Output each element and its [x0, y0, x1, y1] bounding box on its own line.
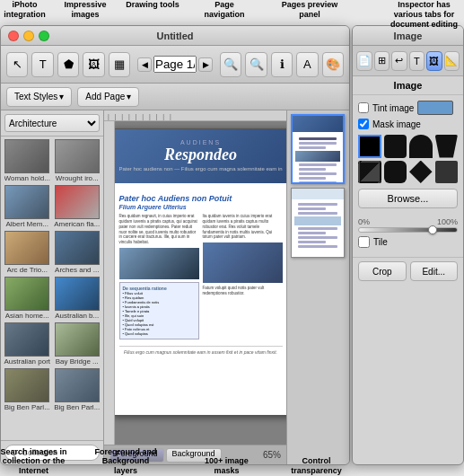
mask-grid	[358, 135, 458, 183]
tint-color-swatch[interactable]	[417, 101, 453, 115]
layer-buttons: Foreground Background	[109, 448, 222, 463]
annotation-impressive: Impressive images	[58, 0, 112, 20]
page-content: Pater hoc Audiens non Potuit Flium Argue…	[115, 183, 286, 362]
inspector-panel: Image 📄 ⊞ ↩ T 🖼 📐 Image Tint image Mask …	[352, 25, 464, 465]
next-page-btn[interactable]: ▶	[198, 57, 213, 72]
opacity-slider[interactable]	[358, 227, 458, 233]
annotation-iphoto: iPhoto integration	[0, 0, 49, 20]
browse-button[interactable]: Browse...	[358, 189, 458, 208]
inspector-titlebar: Image	[353, 26, 463, 46]
zoom-button[interactable]	[39, 31, 49, 41]
page-columns: Res quidam regnavit, in cuius imperio er…	[119, 214, 283, 342]
mask-item[interactable]	[409, 161, 433, 184]
annotation-drawing: Drawing tools	[126, 0, 179, 10]
info-btn[interactable]: ℹ	[271, 52, 293, 77]
inspector-section-label: Image	[353, 76, 463, 95]
tab-metrics[interactable]: 📐	[444, 51, 460, 71]
media-thumb	[4, 368, 49, 402]
color-btn[interactable]: 🎨	[322, 52, 344, 77]
zoom-in-btn[interactable]: 🔍	[245, 52, 267, 77]
shape-tool-btn[interactable]: ⬟	[57, 52, 79, 77]
page-col-right: Ita quidam iuvenis in cuius imperio erat…	[203, 214, 283, 342]
tile-checkbox[interactable]	[358, 236, 370, 248]
list-item[interactable]: Arc de Trio...	[4, 231, 51, 274]
mask-item[interactable]	[409, 135, 433, 158]
list-item[interactable]: Australian b...	[54, 277, 101, 320]
mask-row: Mask image	[358, 119, 458, 129]
text-styles-btn[interactable]: Text Styles ▾	[6, 87, 72, 107]
media-thumb	[4, 322, 49, 357]
main-window: Untitled ↖ T ⬟ 🖼 ▦ ◀ ▶ 🔍 🔍 ℹ A 🎨 Text St…	[0, 25, 350, 465]
list-item[interactable]: Arches and ...	[54, 231, 101, 274]
page-input[interactable]	[153, 56, 197, 73]
media-thumb	[4, 185, 49, 219]
edit-button[interactable]: Edit...	[410, 261, 459, 281]
media-row: Asian home... Australian b...	[4, 277, 101, 320]
list-item[interactable]: Woman hold...	[4, 139, 51, 182]
foreground-btn[interactable]: Foreground	[109, 448, 164, 463]
toolbar-row2: Text Styles ▾ Add Page ▾	[1, 84, 349, 110]
crop-button[interactable]: Crop	[358, 261, 407, 281]
background-btn[interactable]: Background	[166, 448, 222, 463]
inspector-tabs: 📄 ⊞ ↩ T 🖼 📐	[353, 46, 463, 76]
list-item[interactable]: Wrought iro...	[54, 139, 101, 182]
window-title: Untitled	[157, 31, 194, 41]
minimize-button[interactable]	[23, 31, 34, 41]
mask-item[interactable]	[384, 161, 407, 184]
list-item[interactable]: Bay Bridge ...	[54, 322, 101, 366]
tint-checkbox[interactable]	[358, 102, 369, 113]
category-select[interactable]: Architecture	[4, 114, 100, 132]
font-btn[interactable]: A	[296, 52, 318, 77]
media-thumb	[55, 231, 100, 265]
search-input[interactable]	[4, 445, 100, 461]
zoom-out-btn[interactable]: 🔍	[220, 52, 241, 77]
media-thumb	[55, 185, 100, 219]
media-label: Big Ben Parl...	[54, 403, 100, 411]
opacity-thumb[interactable]	[428, 225, 437, 234]
prev-page-btn[interactable]: ◀	[137, 57, 152, 72]
mask-item[interactable]	[384, 135, 407, 158]
page-photo-right	[203, 242, 283, 283]
page-preview-2[interactable]	[291, 188, 345, 258]
media-search	[1, 440, 103, 464]
tab-text[interactable]: T	[409, 51, 425, 71]
list-item[interactable]: Albert Mem...	[4, 185, 51, 228]
tab-layout[interactable]: ⊞	[374, 51, 390, 71]
ruler-vertical	[104, 121, 115, 445]
image-tool-btn[interactable]: 🖼	[83, 52, 104, 77]
table-tool-btn[interactable]: ▦	[109, 52, 130, 77]
tab-document[interactable]: 📄	[356, 51, 372, 71]
media-thumb	[4, 277, 49, 311]
pages-panel	[286, 110, 349, 464]
tab-image[interactable]: 🖼	[426, 51, 442, 71]
list-item[interactable]: Big Ben Parl...	[4, 368, 51, 411]
mask-item[interactable]	[358, 135, 381, 158]
page-canvas: AUDIENS Respondeo Pater hoc audiens non …	[115, 128, 286, 416]
media-row: Arc de Trio... Arches and ...	[4, 231, 101, 274]
page-col-left: Res quidam regnavit, in cuius imperio er…	[119, 214, 199, 342]
select-tool-btn[interactable]: ↖	[6, 52, 28, 77]
add-page-btn[interactable]: Add Page ▾	[77, 87, 139, 107]
tab-wrap[interactable]: ↩	[391, 51, 407, 71]
page-logo: AUDIENS	[180, 139, 221, 145]
close-button[interactable]	[8, 31, 19, 41]
list-item[interactable]: American fla...	[54, 185, 101, 228]
page-subheading: Flium Arguere Ulterius	[119, 204, 283, 210]
media-row: Australian port Bay Bridge ...	[4, 322, 101, 366]
page-heading: Pater hoc Audiens non Potuit	[119, 194, 283, 203]
titlebar: Untitled	[1, 26, 349, 46]
list-item[interactable]: Asian home...	[4, 277, 51, 320]
mask-checkbox[interactable]	[358, 119, 369, 129]
text-tool-btn[interactable]: T	[31, 52, 53, 77]
opacity-section: 0% 100%	[358, 217, 458, 233]
tint-row: Tint image	[358, 101, 458, 115]
mask-item[interactable]	[435, 161, 459, 184]
list-item[interactable]: Australian port	[4, 322, 51, 366]
list-item[interactable]: Big Ben Parl...	[54, 368, 101, 411]
mask-item[interactable]	[358, 161, 381, 184]
media-thumb	[4, 231, 49, 265]
mask-item[interactable]	[435, 135, 459, 158]
page-nav-group: ◀ ▶	[137, 56, 213, 73]
canvas-area: AUDIENS Respondeo Pater hoc audiens non …	[115, 121, 286, 445]
page-preview-1[interactable]	[291, 114, 345, 184]
